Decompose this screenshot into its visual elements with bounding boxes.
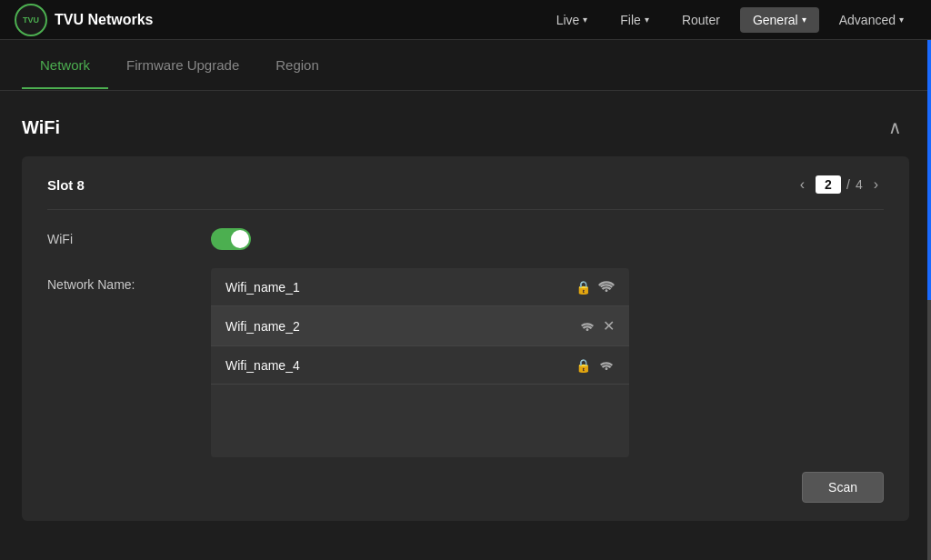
- slot-row: Slot 8 ‹ 2 / 4 ›: [47, 175, 884, 210]
- list-item[interactable]: Wifi_name_1 🔒: [211, 268, 629, 306]
- live-caret-icon: ▾: [583, 15, 587, 25]
- nav-item-file[interactable]: File ▾: [607, 7, 662, 33]
- network-list: Wifi_name_1 🔒 Wifi_name_2: [211, 268, 629, 457]
- right-accent-bar: [927, 40, 931, 560]
- nav-items: Live ▾ File ▾ Router General ▾ Advanced …: [182, 7, 916, 33]
- collapse-button[interactable]: ∧: [881, 113, 909, 142]
- toggle-knob: [231, 230, 249, 248]
- wifi-toggle-switch[interactable]: [211, 228, 251, 250]
- wifi-toggle-row: WiFi: [47, 228, 884, 250]
- tab-bar: Network Firmware Upgrade Region: [0, 40, 931, 91]
- pagination: ‹ 2 / 4 ›: [795, 175, 884, 195]
- network-list-padding: [211, 385, 629, 421]
- network-name-text: Wifi_name_1: [225, 280, 300, 295]
- tab-region[interactable]: Region: [257, 43, 337, 89]
- network-name-text: Wifi_name_4: [225, 358, 300, 373]
- prev-page-button[interactable]: ‹: [795, 175, 810, 195]
- main-content: WiFi ∧ Slot 8 ‹ 2 / 4 › WiFi Network Nam…: [0, 91, 931, 560]
- file-caret-icon: ▾: [645, 15, 649, 25]
- wifi-icon: [598, 357, 615, 373]
- logo-text: TVU Networks: [55, 12, 153, 28]
- nav-item-advanced[interactable]: Advanced ▾: [826, 7, 916, 33]
- network-name-label: Network Name:: [47, 268, 211, 292]
- network-list-padding: [211, 421, 629, 457]
- advanced-caret-icon: ▾: [899, 15, 904, 25]
- wifi-icon: [579, 318, 596, 334]
- nav-item-live[interactable]: Live ▾: [544, 7, 601, 33]
- tab-network[interactable]: Network: [22, 43, 108, 89]
- wifi-toggle-label: WiFi: [47, 232, 211, 246]
- network-name-text: Wifi_name_2: [225, 319, 300, 334]
- lock-icon: 🔒: [576, 280, 591, 295]
- wifi-panel: Slot 8 ‹ 2 / 4 › WiFi Network Name: Wifi…: [22, 156, 909, 521]
- general-caret-icon: ▾: [802, 15, 806, 25]
- top-navigation: TVU TVU Networks Live ▾ File ▾ Router Ge…: [0, 0, 931, 40]
- network-item-icons: ✕: [579, 317, 615, 335]
- wifi-icon: [598, 279, 615, 295]
- logo-icon: TVU: [15, 4, 47, 36]
- total-pages: 4: [856, 177, 863, 192]
- wifi-section-header: WiFi ∧: [22, 113, 909, 142]
- network-name-row: Network Name: Wifi_name_1 🔒: [47, 268, 884, 457]
- logo-area: TVU TVU Networks: [15, 4, 153, 36]
- scan-button[interactable]: Scan: [802, 472, 884, 503]
- slot-label: Slot 8: [47, 177, 85, 193]
- tab-firmware-upgrade[interactable]: Firmware Upgrade: [108, 43, 257, 89]
- list-item[interactable]: Wifi_name_4 🔒: [211, 346, 629, 385]
- network-item-icons: 🔒: [576, 279, 615, 295]
- nav-item-general[interactable]: General ▾: [740, 7, 819, 33]
- page-separator: /: [846, 177, 850, 192]
- next-page-button[interactable]: ›: [868, 175, 884, 195]
- close-icon[interactable]: ✕: [603, 317, 615, 335]
- lock-icon: 🔒: [576, 358, 591, 373]
- nav-item-router[interactable]: Router: [669, 7, 733, 33]
- current-page: 2: [816, 175, 841, 194]
- scan-area: Scan: [47, 472, 884, 503]
- wifi-section-title: WiFi: [22, 117, 60, 138]
- network-item-icons: 🔒: [576, 357, 615, 373]
- list-item[interactable]: Wifi_name_2 ✕: [211, 306, 629, 346]
